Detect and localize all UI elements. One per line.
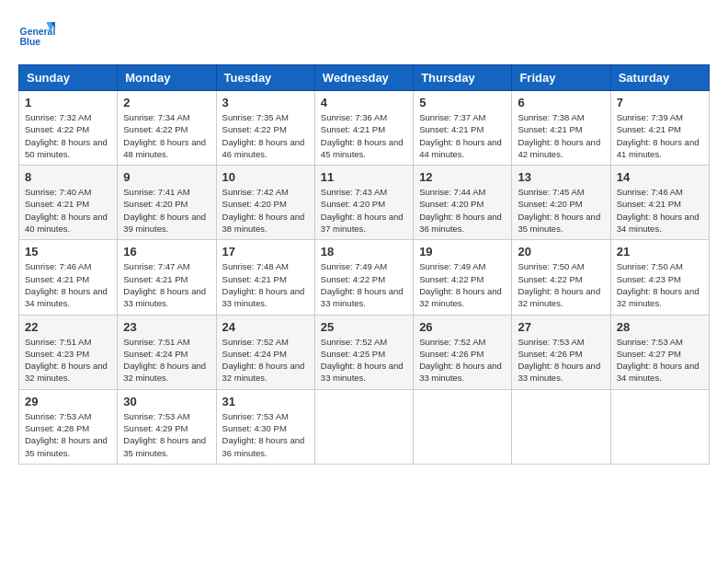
calendar-day-cell: [512, 389, 610, 464]
day-info: Sunrise: 7:48 AMSunset: 4:21 PMDaylight:…: [222, 260, 309, 309]
day-number: 16: [123, 245, 210, 259]
day-info: Sunrise: 7:49 AMSunset: 4:22 PMDaylight:…: [321, 260, 407, 309]
weekday-header-cell: Friday: [512, 65, 610, 91]
calendar-day-cell: 13Sunrise: 7:45 AMSunset: 4:20 PMDayligh…: [512, 166, 610, 240]
calendar-day-cell: 7Sunrise: 7:39 AMSunset: 4:21 PMDaylight…: [610, 91, 709, 166]
day-number: 26: [419, 320, 506, 334]
day-info: Sunrise: 7:46 AMSunset: 4:21 PMDaylight:…: [25, 260, 111, 309]
calendar-day-cell: 15Sunrise: 7:46 AMSunset: 4:21 PMDayligh…: [19, 240, 118, 315]
day-info: Sunrise: 7:34 AMSunset: 4:22 PMDaylight:…: [123, 111, 210, 160]
calendar-day-cell: 18Sunrise: 7:49 AMSunset: 4:22 PMDayligh…: [314, 240, 413, 315]
day-info: Sunrise: 7:52 AMSunset: 4:26 PMDaylight:…: [419, 336, 506, 385]
day-number: 7: [617, 96, 703, 109]
day-info: Sunrise: 7:41 AMSunset: 4:20 PMDaylight:…: [123, 186, 210, 235]
day-number: 31: [222, 395, 309, 408]
day-number: 17: [222, 245, 309, 259]
day-info: Sunrise: 7:42 AMSunset: 4:20 PMDaylight:…: [222, 186, 309, 235]
calendar-day-cell: 23Sunrise: 7:51 AMSunset: 4:24 PMDayligh…: [118, 315, 216, 389]
calendar-day-cell: 14Sunrise: 7:46 AMSunset: 4:21 PMDayligh…: [610, 166, 709, 240]
day-info: Sunrise: 7:37 AMSunset: 4:21 PMDaylight:…: [419, 111, 506, 160]
calendar-day-cell: 27Sunrise: 7:53 AMSunset: 4:26 PMDayligh…: [512, 315, 610, 389]
day-number: 27: [518, 320, 604, 334]
day-info: Sunrise: 7:50 AMSunset: 4:23 PMDaylight:…: [617, 260, 703, 309]
calendar-day-cell: 3Sunrise: 7:35 AMSunset: 4:22 PMDaylight…: [216, 91, 314, 166]
day-number: 13: [518, 170, 604, 184]
calendar-day-cell: 6Sunrise: 7:38 AMSunset: 4:21 PMDaylight…: [512, 91, 610, 166]
calendar-day-cell: [610, 389, 709, 464]
day-number: 23: [123, 320, 210, 334]
day-info: Sunrise: 7:45 AMSunset: 4:20 PMDaylight:…: [518, 186, 604, 235]
calendar-week-row: 1Sunrise: 7:32 AMSunset: 4:22 PMDaylight…: [19, 91, 710, 166]
day-info: Sunrise: 7:36 AMSunset: 4:21 PMDaylight:…: [321, 111, 407, 160]
calendar-day-cell: 2Sunrise: 7:34 AMSunset: 4:22 PMDaylight…: [118, 91, 216, 166]
day-info: Sunrise: 7:51 AMSunset: 4:23 PMDaylight:…: [25, 336, 111, 385]
calendar-body: 1Sunrise: 7:32 AMSunset: 4:22 PMDaylight…: [19, 91, 710, 465]
calendar-week-row: 29Sunrise: 7:53 AMSunset: 4:28 PMDayligh…: [19, 389, 710, 464]
weekday-header-cell: Wednesday: [314, 65, 413, 91]
day-info: Sunrise: 7:53 AMSunset: 4:28 PMDaylight:…: [25, 410, 111, 459]
day-number: 9: [123, 170, 210, 184]
day-number: 3: [222, 96, 309, 109]
calendar-day-cell: 22Sunrise: 7:51 AMSunset: 4:23 PMDayligh…: [19, 315, 118, 389]
day-info: Sunrise: 7:32 AMSunset: 4:22 PMDaylight:…: [25, 111, 111, 160]
weekday-header-row: SundayMondayTuesdayWednesdayThursdayFrid…: [19, 65, 710, 91]
day-info: Sunrise: 7:46 AMSunset: 4:21 PMDaylight:…: [617, 186, 703, 235]
weekday-header-cell: Tuesday: [216, 65, 314, 91]
day-info: Sunrise: 7:39 AMSunset: 4:21 PMDaylight:…: [617, 111, 703, 160]
day-info: Sunrise: 7:51 AMSunset: 4:24 PMDaylight:…: [123, 336, 210, 385]
calendar-day-cell: 11Sunrise: 7:43 AMSunset: 4:20 PMDayligh…: [314, 166, 413, 240]
day-info: Sunrise: 7:49 AMSunset: 4:22 PMDaylight:…: [419, 260, 506, 309]
calendar-day-cell: [414, 389, 512, 464]
calendar-week-row: 22Sunrise: 7:51 AMSunset: 4:23 PMDayligh…: [19, 315, 710, 389]
day-number: 22: [25, 320, 111, 334]
calendar-day-cell: 10Sunrise: 7:42 AMSunset: 4:20 PMDayligh…: [216, 166, 314, 240]
day-number: 5: [419, 96, 506, 109]
calendar-week-row: 15Sunrise: 7:46 AMSunset: 4:21 PMDayligh…: [19, 240, 710, 315]
calendar-day-cell: 21Sunrise: 7:50 AMSunset: 4:23 PMDayligh…: [610, 240, 709, 315]
day-number: 4: [321, 96, 407, 109]
logo: General Blue: [18, 18, 55, 55]
day-info: Sunrise: 7:53 AMSunset: 4:29 PMDaylight:…: [123, 410, 210, 459]
weekday-header-cell: Monday: [118, 65, 216, 91]
day-number: 20: [518, 245, 604, 259]
calendar-day-cell: 31Sunrise: 7:53 AMSunset: 4:30 PMDayligh…: [216, 389, 314, 464]
day-number: 29: [25, 395, 111, 408]
day-number: 30: [123, 395, 210, 408]
day-number: 1: [25, 96, 111, 109]
day-info: Sunrise: 7:35 AMSunset: 4:22 PMDaylight:…: [222, 111, 309, 160]
day-number: 24: [222, 320, 309, 334]
weekday-header-cell: Sunday: [19, 65, 118, 91]
day-info: Sunrise: 7:52 AMSunset: 4:25 PMDaylight:…: [321, 336, 407, 385]
svg-text:Blue: Blue: [20, 37, 41, 47]
day-info: Sunrise: 7:40 AMSunset: 4:21 PMDaylight:…: [25, 186, 111, 235]
day-number: 15: [25, 245, 111, 259]
calendar-day-cell: 4Sunrise: 7:36 AMSunset: 4:21 PMDaylight…: [314, 91, 413, 166]
calendar-day-cell: 1Sunrise: 7:32 AMSunset: 4:22 PMDaylight…: [19, 91, 118, 166]
calendar-day-cell: 19Sunrise: 7:49 AMSunset: 4:22 PMDayligh…: [414, 240, 512, 315]
day-info: Sunrise: 7:43 AMSunset: 4:20 PMDaylight:…: [321, 186, 407, 235]
calendar-week-row: 8Sunrise: 7:40 AMSunset: 4:21 PMDaylight…: [19, 166, 710, 240]
day-number: 12: [419, 170, 506, 184]
day-info: Sunrise: 7:44 AMSunset: 4:20 PMDaylight:…: [419, 186, 506, 235]
day-info: Sunrise: 7:53 AMSunset: 4:30 PMDaylight:…: [222, 410, 309, 459]
calendar-day-cell: [314, 389, 413, 464]
logo-icon: General Blue: [18, 18, 55, 55]
day-number: 11: [321, 170, 407, 184]
calendar-day-cell: 8Sunrise: 7:40 AMSunset: 4:21 PMDaylight…: [19, 166, 118, 240]
day-info: Sunrise: 7:53 AMSunset: 4:26 PMDaylight:…: [518, 336, 604, 385]
calendar-table: SundayMondayTuesdayWednesdayThursdayFrid…: [18, 64, 710, 465]
day-number: 21: [617, 245, 703, 259]
day-number: 14: [617, 170, 703, 184]
day-number: 19: [419, 245, 506, 259]
day-info: Sunrise: 7:53 AMSunset: 4:27 PMDaylight:…: [617, 336, 703, 385]
page-header: General Blue: [18, 18, 710, 55]
day-number: 10: [222, 170, 309, 184]
day-number: 28: [617, 320, 703, 334]
day-info: Sunrise: 7:47 AMSunset: 4:21 PMDaylight:…: [123, 260, 210, 309]
weekday-header-cell: Thursday: [414, 65, 512, 91]
weekday-header-cell: Saturday: [610, 65, 709, 91]
day-info: Sunrise: 7:50 AMSunset: 4:22 PMDaylight:…: [518, 260, 604, 309]
day-number: 18: [321, 245, 407, 259]
calendar-day-cell: 28Sunrise: 7:53 AMSunset: 4:27 PMDayligh…: [610, 315, 709, 389]
day-info: Sunrise: 7:38 AMSunset: 4:21 PMDaylight:…: [518, 111, 604, 160]
